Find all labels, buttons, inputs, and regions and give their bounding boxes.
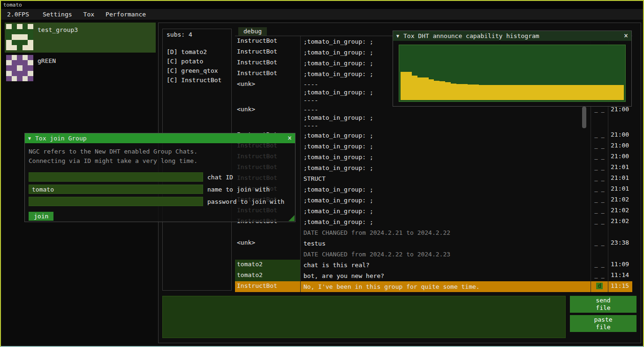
subscriber-item[interactable]: [D] tomato2 — [167, 47, 227, 57]
message-status: _ _ — [591, 184, 608, 195]
join-group-title: Tox join Group — [35, 135, 283, 142]
fps-indicator: 2.0FPS — [3, 10, 33, 19]
menu-item[interactable]: Performance — [100, 10, 152, 19]
message-row[interactable]: DATE CHANGED from 2024.2.22 to 2024.2.23 — [235, 249, 632, 260]
join-field-input[interactable] — [29, 197, 203, 206]
join-field-input[interactable] — [29, 172, 203, 182]
resize-grip[interactable] — [288, 215, 295, 221]
close-icon[interactable]: × — [288, 135, 292, 142]
message-time: 21:02 — [608, 206, 632, 216]
app-window: tomato 2.0FPS Settings Tox Performance t… — [0, 0, 644, 347]
message-status: _ _ — [591, 141, 608, 152]
subscriber-item[interactable]: [C] InstructBot — [167, 76, 227, 85]
message-status: _ _ — [591, 162, 608, 173]
message-text: chat is this real? — [300, 260, 591, 270]
join-group-titlebar[interactable]: ▼ Tox join Group × — [25, 133, 295, 143]
sidebar-group-item[interactable]: gREEN — [5, 54, 156, 84]
message-status: _ _ — [591, 152, 608, 162]
join-field-label: name to join with — [207, 186, 270, 193]
join-field-label: chat ID — [207, 174, 233, 181]
message-status: _ _ — [591, 238, 608, 249]
message-time: 21:02 — [608, 216, 632, 227]
message-text: DATE CHANGED from 2024.2.21 to 2024.2.22 — [300, 227, 591, 238]
close-icon[interactable]: × — [624, 32, 628, 39]
join-field-row: name to join with — [29, 183, 291, 195]
dht-histogram-title: Tox DHT announce capability histogram — [403, 32, 620, 39]
message-text: ;tomato_in_group: ; — [300, 162, 591, 173]
message-time: 11:09 — [608, 260, 632, 270]
message-time: 21:01 — [608, 162, 632, 173]
message-time — [608, 249, 632, 260]
message-text: ;tomato_in_group: ; — [300, 141, 591, 152]
menubar: 2.0FPS Settings Tox Performance — [1, 9, 643, 20]
join-group-fields: chat ID name to join with password to jo… — [29, 171, 291, 208]
group-name: gREEN — [38, 57, 56, 64]
subscriber-item[interactable]: [C] green_qtox — [167, 66, 227, 76]
message-status: _ _ — [591, 130, 608, 141]
join-group-body: NGC refers to the New DHT enabled Group … — [25, 143, 295, 222]
collapse-arrow-icon[interactable]: ▼ — [396, 33, 399, 39]
menu-item[interactable]: Tox — [78, 10, 100, 19]
message-time — [608, 227, 632, 238]
tab-debug[interactable]: debug — [238, 27, 267, 36]
collapse-arrow-icon[interactable]: ▼ — [28, 136, 31, 141]
message-time: 23:38 — [608, 238, 632, 249]
chat-scrollbar-thumb[interactable] — [582, 107, 586, 128]
dht-histogram-titlebar[interactable]: ▼ Tox DHT announce capability histogram … — [393, 31, 631, 41]
message-sender: <unk> — [235, 238, 300, 249]
group-avatar — [6, 55, 33, 81]
join-group-window: ▼ Tox join Group × NGC refers to the New… — [24, 133, 295, 222]
subscribers-list: [D] tomato2 [C] potato [C] green_qtox [C… — [167, 47, 227, 85]
sidebar-group-item[interactable]: test_group3 — [5, 23, 156, 53]
message-sender: InstructBot — [235, 58, 300, 69]
subscriber-item[interactable]: [C] potato — [167, 57, 227, 66]
message-sender: <unk> — [235, 105, 300, 130]
message-status: _ _ — [591, 260, 608, 270]
message-time: 21:00 — [608, 152, 632, 162]
message-input[interactable] — [162, 296, 566, 338]
contact-sidebar: test_group3 gREEN — [5, 23, 156, 85]
message-sender — [235, 227, 300, 238]
message-text: bot, are you new here? — [300, 270, 591, 281]
message-sender: <unk> — [235, 79, 300, 105]
message-text: No, I've been in this group for quite so… — [300, 281, 591, 292]
message-row[interactable]: <unk> ---- ;tomato_in_group: ; ---- _ _ … — [235, 105, 632, 130]
message-row[interactable]: DATE CHANGED from 2024.2.21 to 2024.2.22 — [235, 227, 632, 238]
menu-item[interactable]: Settings — [37, 10, 78, 19]
window-titlebar: tomato — [1, 1, 643, 9]
message-row[interactable]: InstructBot No, I've been in this group … — [235, 281, 632, 292]
message-text: ;tomato_in_group: ; — [300, 206, 591, 216]
message-status: _ _ — [591, 216, 608, 227]
message-text: ;tomato_in_group: ; — [300, 195, 591, 206]
message-time: 11:14 — [608, 270, 632, 281]
message-time: 21:00 — [608, 130, 632, 141]
message-row[interactable]: tomato2 bot, are you new here? _ _ 11:14 — [235, 270, 632, 281]
message-row[interactable]: <unk> testus _ _ 23:38 — [235, 238, 632, 249]
window-title: tomato — [3, 2, 22, 8]
message-sender: tomato2 — [235, 260, 300, 270]
subscribers-header: subs: 4 — [167, 31, 227, 38]
message-row[interactable]: tomato2 chat is this real? _ _ 11:09 — [235, 260, 632, 270]
group-avatar — [6, 24, 33, 50]
message-status — [591, 249, 608, 260]
message-text: ;tomato_in_group: ; — [300, 152, 591, 162]
send-file-button[interactable]: send file — [570, 296, 636, 313]
message-status: d — [591, 281, 608, 292]
message-status — [591, 227, 608, 238]
info-line: Connecting via ID might take a very long… — [29, 156, 291, 166]
paste-file-button[interactable]: paste file — [570, 315, 636, 332]
message-time: 21:01 — [608, 184, 632, 195]
message-time: 21:01 — [608, 173, 632, 184]
message-text: STRUCT — [300, 173, 591, 184]
dht-histogram-window: ▼ Tox DHT announce capability histogram … — [393, 31, 632, 107]
message-time: 11:15 — [608, 281, 632, 292]
message-text: testus — [300, 238, 591, 249]
join-button[interactable]: join — [29, 212, 53, 221]
message-text: ;tomato_in_group: ; — [300, 216, 591, 227]
message-text: ---- ;tomato_in_group: ; ---- — [300, 105, 591, 130]
menubar-items: Settings Tox Performance — [37, 10, 152, 19]
join-field-row: password to join with — [29, 195, 291, 208]
join-group-info: NGC refers to the New DHT enabled Group … — [29, 147, 291, 166]
message-sender — [235, 249, 300, 260]
join-field-input[interactable] — [29, 185, 203, 194]
